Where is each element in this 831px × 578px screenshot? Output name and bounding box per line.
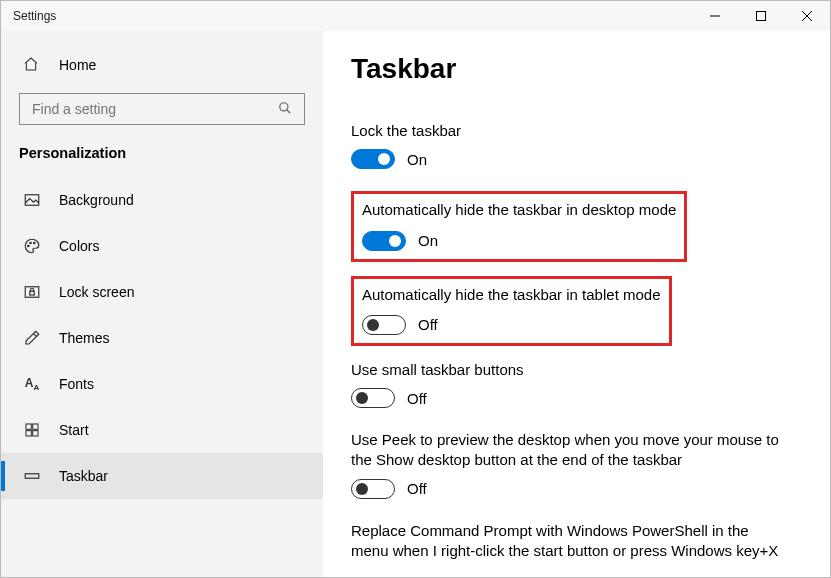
search-icon: [278, 101, 294, 117]
sidebar: Home Personalization Background: [1, 31, 323, 577]
sidebar-item-taskbar[interactable]: Taskbar: [1, 453, 323, 499]
toggle-state-text: On: [418, 232, 438, 249]
sidebar-item-label: Fonts: [59, 376, 94, 392]
toggle-autohide-desktop[interactable]: [362, 231, 406, 251]
sidebar-item-label: Lock screen: [59, 284, 134, 300]
setting-lock-taskbar: Lock the taskbar On: [351, 121, 802, 169]
setting-autohide-desktop: Automatically hide the taskbar in deskto…: [362, 200, 676, 250]
svg-rect-12: [26, 424, 31, 429]
toggle-autohide-tablet[interactable]: [362, 315, 406, 335]
sidebar-item-fonts[interactable]: AA Fonts: [1, 361, 323, 407]
toggle-state-text: Off: [418, 316, 438, 333]
minimize-button[interactable]: [692, 1, 738, 31]
setting-label: Automatically hide the taskbar in tablet…: [362, 285, 661, 305]
setting-label: Replace Command Prompt with Windows Powe…: [351, 521, 781, 562]
svg-rect-1: [757, 12, 766, 21]
picture-icon: [23, 191, 41, 209]
sidebar-item-lock-screen[interactable]: Lock screen: [1, 269, 323, 315]
lock-screen-icon: [23, 283, 41, 301]
search-box[interactable]: [19, 93, 305, 125]
toggle-state-text: Off: [407, 390, 427, 407]
svg-point-7: [28, 245, 30, 247]
close-button[interactable]: [784, 1, 830, 31]
svg-line-5: [287, 110, 291, 114]
svg-rect-16: [25, 474, 39, 479]
sidebar-item-label: Themes: [59, 330, 110, 346]
toggle-state-text: Off: [407, 480, 427, 497]
svg-rect-15: [33, 431, 38, 436]
sidebar-item-colors[interactable]: Colors: [1, 223, 323, 269]
titlebar: Settings: [1, 1, 830, 31]
setting-small-buttons: Use small taskbar buttons Off: [351, 360, 802, 408]
maximize-button[interactable]: [738, 1, 784, 31]
svg-rect-13: [33, 424, 38, 429]
taskbar-icon: [23, 467, 41, 485]
window-title: Settings: [13, 9, 56, 23]
setting-label: Use small taskbar buttons: [351, 360, 802, 380]
home-icon: [23, 56, 41, 75]
sidebar-item-themes[interactable]: Themes: [1, 315, 323, 361]
sidebar-item-background[interactable]: Background: [1, 177, 323, 223]
svg-rect-14: [26, 431, 31, 436]
themes-icon: [23, 329, 41, 347]
toggle-small-buttons[interactable]: [351, 388, 395, 408]
search-input[interactable]: [30, 100, 278, 118]
toggle-lock-taskbar[interactable]: [351, 149, 395, 169]
main-content: Taskbar Lock the taskbar On Automaticall…: [323, 31, 830, 577]
sidebar-item-label: Colors: [59, 238, 99, 254]
setting-label: Automatically hide the taskbar in deskto…: [362, 200, 676, 220]
fonts-icon: AA: [23, 375, 41, 393]
setting-label: Lock the taskbar: [351, 121, 802, 141]
svg-rect-11: [30, 291, 35, 295]
sidebar-section-title: Personalization: [1, 139, 323, 177]
sidebar-item-label: Taskbar: [59, 468, 108, 484]
sidebar-home-label: Home: [59, 57, 96, 73]
svg-point-9: [34, 242, 36, 244]
setting-peek: Use Peek to preview the desktop when you…: [351, 430, 781, 499]
sidebar-item-label: Start: [59, 422, 89, 438]
page-title: Taskbar: [351, 53, 802, 85]
svg-point-4: [280, 103, 288, 111]
setting-autohide-tablet: Automatically hide the taskbar in tablet…: [362, 285, 661, 335]
sidebar-item-label: Background: [59, 192, 134, 208]
highlight-autohide-desktop: Automatically hide the taskbar in deskto…: [351, 191, 687, 261]
toggle-peek[interactable]: [351, 479, 395, 499]
highlight-autohide-tablet: Automatically hide the taskbar in tablet…: [351, 276, 672, 346]
setting-label: Use Peek to preview the desktop when you…: [351, 430, 781, 471]
start-icon: [23, 421, 41, 439]
palette-icon: [23, 237, 41, 255]
sidebar-nav: Background Colors Lock screen Themes: [1, 177, 323, 499]
toggle-state-text: On: [407, 151, 427, 168]
svg-point-8: [30, 242, 32, 244]
sidebar-item-start[interactable]: Start: [1, 407, 323, 453]
sidebar-home[interactable]: Home: [1, 45, 323, 85]
